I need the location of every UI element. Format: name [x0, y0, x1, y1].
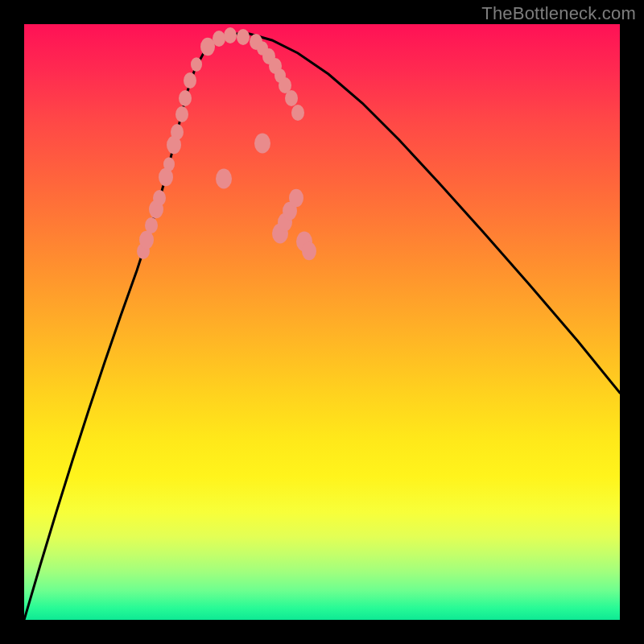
data-marker: [184, 72, 196, 89]
data-marker: [302, 242, 316, 261]
data-marker: [191, 57, 202, 72]
data-marker: [289, 189, 303, 208]
data-marker: [254, 134, 270, 154]
data-marker: [179, 90, 192, 106]
bottleneck-curve: [24, 34, 620, 620]
watermark-label: TheBottleneck.com: [481, 3, 636, 24]
data-marker: [153, 190, 166, 206]
data-marker: [171, 124, 184, 140]
chart-frame: TheBottleneck.com: [0, 0, 644, 644]
data-marker: [213, 31, 225, 47]
data-marker: [163, 157, 175, 171]
data-marker: [291, 105, 304, 121]
data-marker: [237, 29, 250, 45]
plot-area: [24, 24, 620, 620]
chart-svg: [24, 24, 620, 620]
data-markers: [137, 27, 316, 260]
data-marker: [145, 217, 158, 233]
data-marker: [285, 90, 298, 106]
data-marker: [139, 231, 154, 250]
data-marker: [175, 106, 188, 122]
data-marker: [216, 169, 232, 189]
data-marker: [224, 27, 237, 43]
